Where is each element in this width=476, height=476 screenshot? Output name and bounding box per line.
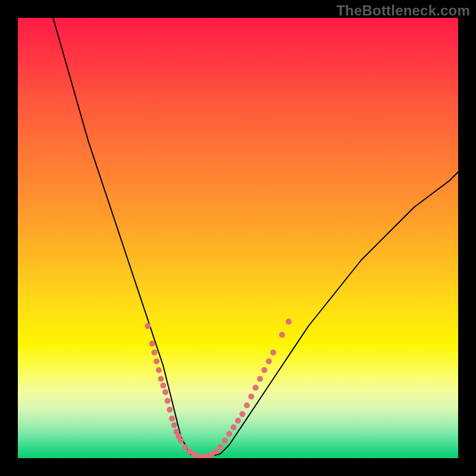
highlight-dot	[244, 402, 250, 408]
highlight-dots	[145, 319, 292, 458]
highlight-dot	[217, 444, 223, 450]
highlight-dot	[165, 398, 171, 404]
highlight-dot	[169, 415, 175, 421]
highlight-dot	[151, 349, 157, 355]
highlight-dot	[160, 383, 166, 389]
watermark-text: TheBottleneck.com	[336, 2, 470, 19]
curve-curve	[53, 18, 458, 457]
highlight-dot	[266, 358, 272, 364]
highlight-dot	[248, 393, 254, 399]
highlight-dot	[145, 323, 151, 329]
highlight-dot	[162, 389, 168, 395]
highlight-dot	[235, 418, 241, 424]
highlight-dot	[167, 407, 173, 413]
highlight-dot	[213, 449, 219, 455]
highlight-dot	[231, 424, 237, 430]
highlight-dot	[253, 385, 259, 391]
highlight-dot	[226, 431, 232, 437]
highlight-dot	[182, 444, 188, 450]
highlight-dot	[257, 376, 263, 382]
plot-svg	[18, 18, 458, 458]
highlight-dot	[286, 319, 292, 325]
highlight-dot	[222, 437, 228, 443]
highlight-dot	[158, 376, 164, 382]
highlight-dot	[178, 437, 184, 443]
plot-area	[18, 18, 458, 458]
highlight-dot	[171, 422, 177, 428]
highlight-dot	[270, 349, 276, 355]
highlight-dot	[156, 367, 162, 373]
highlight-dot	[279, 332, 285, 338]
highlight-dot	[149, 341, 155, 347]
chart-frame: TheBottleneck.com	[0, 0, 476, 476]
highlight-dot	[154, 358, 159, 364]
highlight-dot	[239, 411, 245, 417]
highlight-dot	[261, 367, 267, 373]
